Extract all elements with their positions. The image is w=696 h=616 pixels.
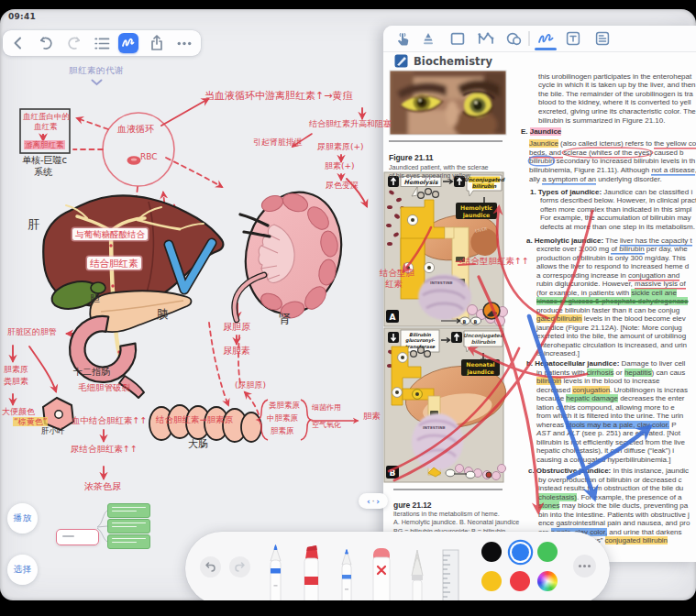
toolbar-undo-button[interactable]	[35, 30, 57, 56]
pdf-tool-hand-tap-button[interactable]	[392, 28, 413, 49]
pen-redo-button[interactable]	[229, 556, 250, 578]
canvas-label-conj-box1: 与葡萄糖醛酸结合	[72, 230, 148, 239]
item-hemolytic-line: rubin diglucuronide. However, massive ly…	[536, 280, 686, 288]
canvas-label-brace-2: 中胆素原	[267, 414, 298, 423]
ballpoint-pen-tool[interactable]	[342, 550, 351, 601]
canvas-label-brace-3: 胆素原	[271, 427, 294, 435]
item-obstructive-line: instead results from obstruction of the …	[538, 484, 683, 492]
select-button-label: 选择	[14, 564, 32, 576]
canvas-label-frac-top: 细菌作用	[312, 404, 341, 412]
pen-tools	[263, 532, 547, 600]
color-swatch-red[interactable]	[510, 571, 530, 591]
document-icon	[394, 54, 408, 68]
toolbar-outline-list-button[interactable]	[91, 30, 113, 56]
para-urobilinogen-line: blood to the kidney, where it is convert…	[538, 98, 691, 106]
pdf-tool-highlighter-button[interactable]	[418, 28, 438, 49]
pen-more-button[interactable]	[573, 555, 596, 578]
item-hepatocellular-line: causing a conjugated hyperbilirubinemia.…	[536, 456, 670, 464]
toolbar-more-ellipsis-button[interactable]	[173, 30, 195, 56]
color-swatch-rainbow[interactable]	[537, 571, 558, 591]
hand-tap-icon	[395, 31, 411, 47]
item-hemolytic-line: produce bilirubin faster than it can be …	[536, 306, 679, 314]
share-icon	[149, 35, 164, 51]
shapes-circles-icon	[506, 32, 522, 46]
canvas-label-fig-anno-1a: 结合型胆	[380, 269, 414, 278]
more-ellipsis-icon	[177, 41, 192, 46]
item-hemolytic-line: gated bilirubin levels in the blood beco…	[536, 314, 686, 323]
app-screen: Hemolysis Unconjugated bilirubin LIVER H…	[0, 9, 696, 600]
figure-2111-caption-2: of his eyes appearing yellow.	[389, 171, 471, 180]
back-chevron-icon	[11, 36, 26, 50]
svg-text:B: B	[463, 319, 467, 324]
para-jaundice-line: ally a symptom of an underlying disorder…	[529, 175, 662, 183]
canvas-label-organ-kidney: 肾	[279, 313, 291, 325]
redo-icon	[66, 36, 82, 51]
canvas-label-organ-lobule: 肝小叶	[41, 427, 65, 435]
select-button[interactable]: 选择	[7, 555, 38, 585]
mindmap-node-3[interactable]	[107, 534, 150, 549]
item-hepatocellular-line: decreased conjugation. Urobilinogen is i…	[536, 386, 688, 394]
prev-page-icon[interactable]: ‹	[367, 497, 370, 506]
toolbar-redo-button[interactable]	[62, 30, 84, 56]
play-button[interactable]: 播放	[7, 503, 38, 534]
play-button-label: 播放	[14, 512, 32, 524]
toolbar-scribble-pen-button[interactable]	[118, 33, 138, 53]
eraser-tool[interactable]	[373, 548, 390, 600]
intestine-b	[412, 413, 463, 470]
squiggle-pen-icon	[537, 32, 555, 45]
canvas-label-organ-colon: 大肠	[188, 439, 208, 450]
pdf-tool-shapes-circles-button[interactable]	[503, 28, 524, 49]
item-types-line: often more complex than indicated in thi…	[540, 205, 691, 214]
color-swatch-yellow[interactable]	[481, 571, 502, 591]
canvas-label-capillary: 毛细胆管破裂	[78, 383, 130, 392]
item-hemolytic-line: jaundice (Figure 21.12A). [Note: More co…	[536, 324, 682, 332]
canvas-label-free-bilirubin: 游离胆红素	[24, 141, 65, 149]
color-swatch-black[interactable]	[481, 542, 502, 562]
item-hemolytic-line: production of bilirubin is only 300 mg/d…	[536, 254, 686, 262]
collapse-chevron-icon[interactable]	[91, 79, 103, 86]
toolbar-back-chevron-button[interactable]	[7, 30, 29, 56]
mindmap-node-2[interactable]	[107, 519, 150, 534]
paintbrush-tool[interactable]	[412, 550, 423, 600]
svg-text:B: B	[390, 468, 396, 478]
canvas-label-conj-box2: 结合胆红素	[87, 258, 141, 269]
item-hemolytic-line: allows the liver to respond to increased…	[536, 262, 689, 270]
canvas-label-blood-conj: 血中结合胆红素↑↑	[72, 416, 147, 425]
canvas-label-chain-top: 当血液循环中游离胆红素↑→黄疸	[204, 91, 352, 102]
para-jaundice-line: bilirubin secondary to increased bilirub…	[529, 157, 695, 165]
note-title[interactable]: 胆红素的代谢	[37, 65, 156, 77]
para-urobilinogen-line: the bile. The remainder of the urobilino…	[538, 90, 693, 98]
item-hepatocellular-line: AST and ALT (see p. 251) are elevated. […	[536, 429, 680, 437]
document-header[interactable]: Biochemistry	[394, 54, 492, 68]
fountain-pen-tool[interactable]	[271, 545, 281, 601]
pdf-tool-rectangle-button[interactable]	[447, 28, 468, 49]
svg-text:B: B	[474, 319, 478, 324]
canvas-label-chain-5: 胆素(+)	[325, 162, 355, 171]
pdf-tool-lasso-polyline-button[interactable]	[476, 28, 496, 49]
figure-2112-title: gure 21.12	[393, 500, 432, 510]
canvas-label-brace-1: 粪胆素原	[269, 402, 300, 410]
item-hepatocellular-line: in patients with cirrhosis or hepatitis)…	[536, 368, 685, 377]
pen-undo-button[interactable]	[200, 556, 221, 578]
color-swatch-green[interactable]	[537, 542, 558, 562]
ruler-tool[interactable]	[443, 550, 458, 600]
canvas-label-mono-sys1: 单核-巨噬c	[22, 156, 67, 166]
pdf-tool-textbox-button[interactable]	[563, 28, 583, 49]
mindmap-node-1[interactable]	[107, 503, 150, 518]
mindmap-root-node[interactable]	[56, 529, 99, 545]
status-bar-time: 09:41	[8, 12, 36, 21]
top-toolbar	[3, 30, 201, 56]
canvas-label-stool-1: 胆素原	[4, 366, 28, 375]
pdf-tool-notebox-button[interactable]	[592, 28, 613, 49]
marker-pen-tool[interactable]	[304, 545, 318, 600]
pdf-tool-squiggle-pen-button[interactable]	[536, 28, 556, 49]
canvas-label-organ-pancreas: 胰	[157, 308, 169, 321]
color-swatch-blue[interactable]	[512, 544, 529, 561]
canvas-label-urobilinogen: 尿胆原	[223, 323, 250, 333]
para-urobilinogen-line: cycle in which it is taken up by the liv…	[538, 81, 696, 89]
item-types-line: defects at more than one step in its met…	[540, 223, 695, 231]
toolbar-share-button[interactable]	[146, 30, 168, 56]
canvas-label-mono-sys2: 系统	[34, 168, 52, 178]
next-page-icon[interactable]: ›	[376, 497, 380, 506]
svg-text:INTESTINE: INTESTINE	[430, 280, 453, 285]
